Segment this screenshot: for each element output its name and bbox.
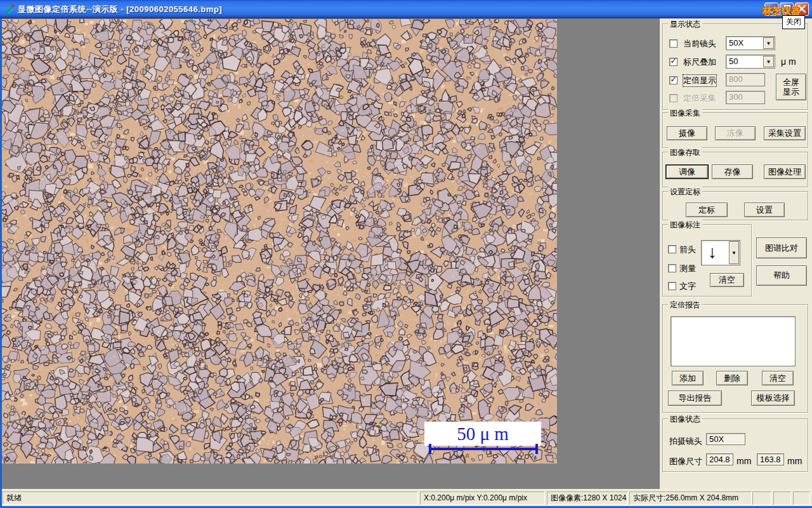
group-display-status: 显示状态 当前镜头 50X ▼ ✓ 标尺叠加 50 ▼ μ m ✓ 定倍显示 8… <box>662 23 808 110</box>
ruler-overlay-label: 标尺叠加 <box>683 57 716 68</box>
status-pixels: 图像像素:1280 X 1024 <box>547 491 628 505</box>
report-add-button[interactable]: 添加 <box>672 371 704 385</box>
load-image-button[interactable]: 调像 <box>665 164 709 179</box>
ruler-size-combo[interactable]: 50 ▼ <box>726 55 775 69</box>
text-annotation-label: 文字 <box>679 281 696 292</box>
group-image-annotation: 图像标注 箭头 测量 文字 ↓ ▼ 清空 <box>662 224 752 297</box>
scale-bar-line <box>429 448 538 450</box>
group-title: 设置定标 <box>668 187 702 197</box>
image-height-field[interactable]: 163.8 <box>757 453 784 465</box>
calibration-setup-button[interactable]: 设置 <box>744 203 785 217</box>
group-image-storage: 图像存取 调像 存像 图像处理 <box>662 152 808 187</box>
fixed-display-label: 定倍显示 <box>683 75 716 86</box>
group-title: 图像状态 <box>668 414 702 425</box>
group-calibration-report: 定倍报告 添加 删除 清空 导出报告 模板选择 <box>662 304 808 413</box>
capture-settings-button[interactable]: 采集设置 <box>764 126 806 140</box>
group-title: 定倍报告 <box>668 300 702 311</box>
status-ready: 就绪 <box>3 491 418 505</box>
fixed-display-field: 800 <box>726 73 765 86</box>
group-title: 图像存取 <box>668 147 702 158</box>
down-arrow-icon: ↓ <box>708 242 717 262</box>
group-title: 显示状态 <box>668 19 702 30</box>
current-lens-combo[interactable]: 50X ▼ <box>726 36 775 50</box>
scale-bar-label: 50 μ m <box>457 424 509 444</box>
status-spare-3 <box>793 491 810 505</box>
chevron-down-icon[interactable]: ▼ <box>763 37 774 49</box>
template-select-button[interactable]: 模板选择 <box>751 391 795 406</box>
group-image-capture: 图像采集 摄像 冻像 采集设置 <box>662 112 808 148</box>
group-title: 图像采集 <box>668 108 702 119</box>
title-bar: 显微图像定倍系统--演示版 - [20090602055646.bmp] 林芝仪… <box>0 0 812 18</box>
shoot-lens-field[interactable]: 50X <box>706 433 745 445</box>
image-size-label: 图像尺寸 <box>669 456 702 467</box>
chevron-down-icon[interactable]: ▼ <box>729 241 739 264</box>
arrow-annotation-checkbox[interactable] <box>668 245 676 253</box>
report-delete-button[interactable]: 删除 <box>716 371 748 385</box>
fixed-display-checkbox[interactable]: ✓ <box>669 76 678 84</box>
close-tooltip: 关闭 <box>782 15 805 29</box>
calibrate-button[interactable]: 定标 <box>686 203 728 217</box>
measure-annotation-label: 测量 <box>679 263 696 274</box>
control-panel: 显示状态 当前镜头 50X ▼ ✓ 标尺叠加 50 ▼ μ m ✓ 定倍显示 8… <box>660 18 812 489</box>
status-scale: X:0.200μ m/pix Y:0.200μ m/pix <box>420 491 545 505</box>
help-button[interactable]: 帮助 <box>756 265 807 286</box>
current-lens-value: 50X <box>729 38 743 48</box>
group-set-calibration: 设置定标 定标 设置 <box>662 191 808 220</box>
clear-annotation-button[interactable]: 清空 <box>710 273 744 287</box>
ruler-size-value: 50 <box>729 57 738 66</box>
scale-bar-tick-left <box>429 444 431 454</box>
status-spare-2 <box>773 491 791 505</box>
image-viewport: 50 μ m <box>2 18 660 489</box>
shoot-lens-label: 拍摄镜头 <box>669 436 702 447</box>
freeze-button: 冻像 <box>715 126 756 140</box>
image-width-field[interactable]: 204.8 <box>706 453 733 465</box>
current-lens-label: 当前镜头 <box>683 38 716 50</box>
image-width-unit: mm <box>737 456 751 466</box>
status-spare-1 <box>752 491 771 505</box>
ruler-overlay-checkbox[interactable]: ✓ <box>669 58 678 66</box>
text-annotation-checkbox[interactable] <box>668 282 676 290</box>
measure-annotation-checkbox[interactable] <box>668 264 676 272</box>
scale-bar-tick-right <box>535 444 538 454</box>
fixed-capture-checkbox <box>669 94 678 102</box>
arrow-style-combo[interactable]: ↓ ▼ <box>701 240 740 265</box>
ruler-unit-label: μ m <box>781 57 796 67</box>
current-lens-checkbox[interactable] <box>669 39 678 48</box>
atlas-compare-button[interactable]: 图谱比对 <box>756 237 807 258</box>
camera-button[interactable]: 摄像 <box>667 126 707 140</box>
report-listbox[interactable] <box>671 316 796 366</box>
group-image-status: 图像状态 拍摄镜头 50X 图像尺寸 204.8 mm 163.8 mm <box>662 418 808 472</box>
export-report-button[interactable]: 导出报告 <box>668 391 722 406</box>
image-height-unit: mm <box>787 456 802 466</box>
save-image-button[interactable]: 存像 <box>712 164 753 179</box>
window-title: 显微图像定倍系统--演示版 - [20090602055646.bmp] <box>18 4 222 15</box>
arrow-annotation-label: 箭头 <box>679 244 696 255</box>
fixed-capture-label: 定倍采集 <box>683 93 716 104</box>
micrograph-canvas[interactable] <box>2 19 557 464</box>
image-process-button[interactable]: 图像处理 <box>764 164 806 179</box>
group-title: 图像标注 <box>668 220 702 231</box>
report-clear-button[interactable]: 清空 <box>762 371 794 385</box>
chevron-down-icon[interactable]: ▼ <box>763 56 774 67</box>
status-real-size: 实际尺寸:256.0mm X 204.8mm <box>629 491 752 505</box>
status-bar: 就绪 X:0.200μ m/pix Y:0.200μ m/pix 图像像素:12… <box>2 489 812 506</box>
fullscreen-button[interactable]: 全屏 显示 <box>776 74 806 100</box>
fixed-capture-field: 300 <box>726 91 765 104</box>
app-icon <box>4 4 15 15</box>
scale-bar-label-box: 50 μ m <box>424 422 541 446</box>
